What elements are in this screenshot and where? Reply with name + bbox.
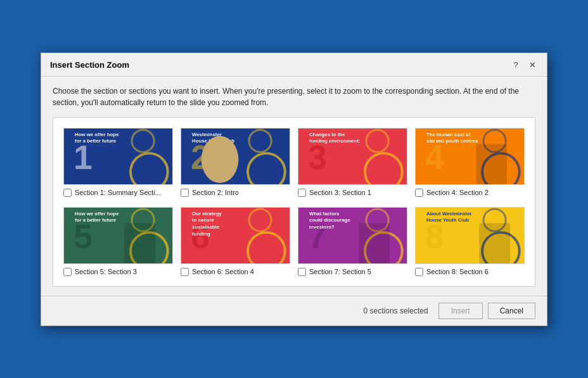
svg-rect-32	[124, 223, 155, 263]
slide-thumb-6[interactable]: 6Our strategyto securesustainablefunding	[181, 207, 290, 264]
slide-thumb-3[interactable]: 3Changes to thefunding environment:	[298, 128, 407, 185]
dialog-title: Insert Section Zoom	[50, 60, 129, 70]
slide-item-1: 1How we offer hopefor a better futureSec…	[63, 128, 173, 197]
svg-text:funding environment:: funding environment:	[309, 138, 360, 144]
help-button[interactable]: ?	[510, 60, 521, 71]
slide-label-5: Section 5: Section 3	[63, 268, 173, 276]
slide-label-3: Section 3: Section 1	[298, 189, 407, 197]
description-text: Choose the section or sections you want …	[53, 85, 535, 108]
svg-text:House Youth Club: House Youth Club	[426, 217, 469, 223]
slide-thumb-2[interactable]: 2WestminsterHouse Youth Club	[181, 128, 290, 185]
slide-label-4: Section 4: Section 2	[415, 189, 525, 197]
insert-section-zoom-dialog: Insert Section Zoom ? ✕ Choose the secti…	[41, 53, 547, 326]
svg-text:investors?: investors?	[309, 224, 335, 230]
selected-count: 0 sections selected	[364, 306, 428, 315]
svg-text:How we offer hope: How we offer hope	[75, 131, 119, 137]
svg-rect-48	[359, 223, 390, 263]
slide-label-8: Section 8: Section 6	[415, 268, 525, 276]
svg-text:for a better future: for a better future	[75, 217, 117, 223]
slide-thumb-8[interactable]: 8About WestminsterHouse Youth Club	[415, 207, 525, 264]
cancel-button[interactable]: Cancel	[488, 303, 535, 319]
slide-thumb-1[interactable]: 1How we offer hopefor a better future	[63, 128, 173, 185]
slide-item-4: 4The human cost ofstarved youth centresS…	[415, 128, 525, 197]
svg-text:starved youth centres: starved youth centres	[426, 138, 478, 144]
slide-item-2: 2WestminsterHouse Youth ClubSection 2: I…	[181, 128, 290, 197]
slide-section-label-5: Section 5: Section 3	[75, 268, 137, 275]
slide-checkbox-2[interactable]	[181, 189, 189, 197]
slide-section-label-3: Section 3: Section 1	[309, 189, 371, 196]
slide-thumb-7[interactable]: 7What factorscould discourageinvestors?	[298, 207, 407, 264]
slide-checkbox-4[interactable]	[415, 189, 423, 197]
slide-checkbox-5[interactable]	[63, 268, 72, 276]
slide-section-label-2: Section 2: Intro	[192, 189, 239, 196]
slide-checkbox-3[interactable]	[298, 189, 306, 197]
slide-checkbox-7[interactable]	[298, 268, 306, 276]
slide-item-8: 8About WestminsterHouse Youth ClubSectio…	[415, 207, 525, 276]
slide-item-3: 3Changes to thefunding environment:Secti…	[298, 128, 407, 197]
svg-text:could discourage: could discourage	[309, 217, 350, 223]
svg-point-12	[201, 135, 239, 182]
slide-section-label-6: Section 6: Section 4	[192, 268, 254, 275]
svg-rect-25	[476, 144, 507, 184]
dialog-body: Choose the section or sections you want …	[41, 77, 547, 293]
svg-text:funding: funding	[192, 231, 210, 237]
svg-text:The human cost of: The human cost of	[426, 131, 471, 137]
slide-section-label-8: Section 8: Section 6	[426, 268, 489, 275]
svg-text:Changes to the: Changes to the	[309, 131, 345, 137]
dialog-footer: 0 sections selected Insert Cancel	[41, 296, 547, 325]
slide-thumb-4[interactable]: 4The human cost ofstarved youth centres	[415, 128, 525, 185]
svg-text:About Westminster: About Westminster	[426, 210, 471, 216]
dialog-titlebar: Insert Section Zoom ? ✕	[41, 53, 547, 77]
close-button[interactable]: ✕	[527, 60, 538, 71]
slide-label-1: Section 1: Summary Secti...	[63, 189, 173, 197]
slide-thumb-5[interactable]: 5How we offer hopefor a better future	[63, 207, 173, 264]
svg-text:sustainable: sustainable	[192, 224, 220, 230]
slide-item-5: 5How we offer hopefor a better futureSec…	[63, 207, 173, 276]
svg-text:Our strategy: Our strategy	[192, 210, 222, 216]
svg-rect-55	[479, 223, 510, 263]
slide-checkbox-8[interactable]	[415, 268, 423, 276]
slide-checkbox-6[interactable]	[181, 268, 189, 276]
slide-label-6: Section 6: Section 4	[181, 268, 290, 276]
svg-text:How we offer hope: How we offer hope	[75, 210, 119, 216]
svg-text:to secure: to secure	[192, 217, 214, 223]
slide-checkbox-1[interactable]	[63, 189, 72, 197]
svg-text:What factors: What factors	[309, 210, 340, 216]
slide-section-label-7: Section 7: Section 5	[309, 268, 371, 275]
slide-section-label-4: Section 4: Section 2	[426, 189, 489, 196]
titlebar-controls: ? ✕	[510, 60, 538, 71]
insert-button[interactable]: Insert	[438, 303, 483, 319]
slide-label-2: Section 2: Intro	[181, 189, 290, 197]
slide-label-7: Section 7: Section 5	[298, 268, 407, 276]
slides-grid: 1How we offer hopefor a better futureSec…	[53, 117, 535, 287]
slide-item-7: 7What factorscould discourageinvestors?S…	[298, 207, 407, 276]
slide-section-label-1: Section 1: Summary Secti...	[75, 189, 161, 196]
svg-text:for a better future: for a better future	[75, 138, 117, 144]
slide-item-6: 6Our strategyto securesustainablefunding…	[181, 207, 290, 276]
